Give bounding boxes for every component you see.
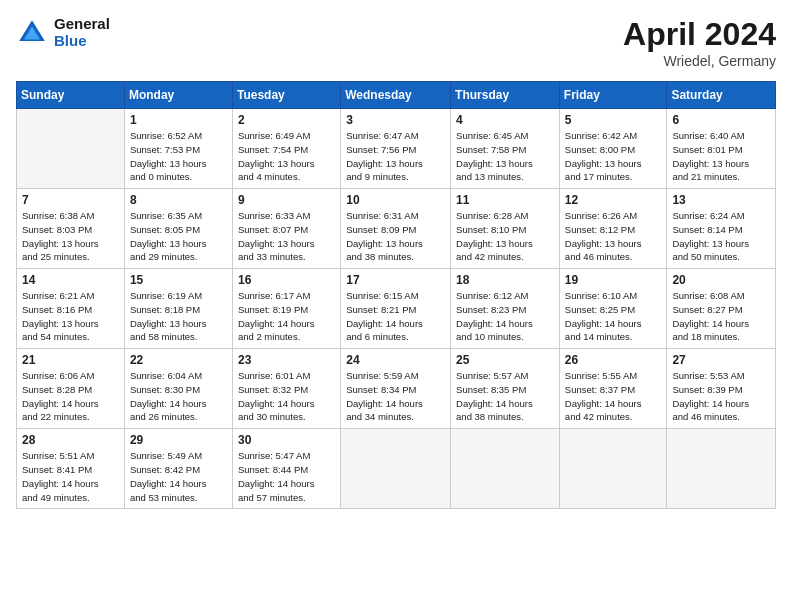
day-number: 23: [238, 353, 335, 367]
day-of-week-header: Saturday: [667, 82, 776, 109]
day-number: 17: [346, 273, 445, 287]
day-info: Sunrise: 6:33 AM Sunset: 8:07 PM Dayligh…: [238, 209, 335, 264]
calendar-day-cell: 29Sunrise: 5:49 AM Sunset: 8:42 PM Dayli…: [124, 429, 232, 509]
calendar-week-row: 21Sunrise: 6:06 AM Sunset: 8:28 PM Dayli…: [17, 349, 776, 429]
day-number: 15: [130, 273, 227, 287]
calendar-day-cell: 25Sunrise: 5:57 AM Sunset: 8:35 PM Dayli…: [451, 349, 560, 429]
calendar-day-cell: 23Sunrise: 6:01 AM Sunset: 8:32 PM Dayli…: [232, 349, 340, 429]
day-number: 18: [456, 273, 554, 287]
day-info: Sunrise: 5:51 AM Sunset: 8:41 PM Dayligh…: [22, 449, 119, 504]
logo-text: General Blue: [54, 16, 110, 49]
day-number: 5: [565, 113, 662, 127]
calendar-day-cell: 4Sunrise: 6:45 AM Sunset: 7:58 PM Daylig…: [451, 109, 560, 189]
day-info: Sunrise: 6:42 AM Sunset: 8:00 PM Dayligh…: [565, 129, 662, 184]
calendar-table: SundayMondayTuesdayWednesdayThursdayFrid…: [16, 81, 776, 509]
header: General Blue April 2024 Wriedel, Germany: [16, 16, 776, 69]
calendar-week-row: 7Sunrise: 6:38 AM Sunset: 8:03 PM Daylig…: [17, 189, 776, 269]
day-number: 10: [346, 193, 445, 207]
day-number: 30: [238, 433, 335, 447]
calendar-day-cell: 12Sunrise: 6:26 AM Sunset: 8:12 PM Dayli…: [559, 189, 667, 269]
day-info: Sunrise: 6:40 AM Sunset: 8:01 PM Dayligh…: [672, 129, 770, 184]
calendar-day-cell: 21Sunrise: 6:06 AM Sunset: 8:28 PM Dayli…: [17, 349, 125, 429]
day-info: Sunrise: 6:01 AM Sunset: 8:32 PM Dayligh…: [238, 369, 335, 424]
day-info: Sunrise: 5:49 AM Sunset: 8:42 PM Dayligh…: [130, 449, 227, 504]
day-info: Sunrise: 6:06 AM Sunset: 8:28 PM Dayligh…: [22, 369, 119, 424]
day-of-week-header: Thursday: [451, 82, 560, 109]
calendar-day-cell: 28Sunrise: 5:51 AM Sunset: 8:41 PM Dayli…: [17, 429, 125, 509]
day-number: 6: [672, 113, 770, 127]
day-number: 22: [130, 353, 227, 367]
calendar-day-cell: 9Sunrise: 6:33 AM Sunset: 8:07 PM Daylig…: [232, 189, 340, 269]
day-info: Sunrise: 6:28 AM Sunset: 8:10 PM Dayligh…: [456, 209, 554, 264]
day-info: Sunrise: 6:15 AM Sunset: 8:21 PM Dayligh…: [346, 289, 445, 344]
calendar-day-cell: 30Sunrise: 5:47 AM Sunset: 8:44 PM Dayli…: [232, 429, 340, 509]
calendar-day-cell: [559, 429, 667, 509]
day-info: Sunrise: 6:31 AM Sunset: 8:09 PM Dayligh…: [346, 209, 445, 264]
calendar-day-cell: 16Sunrise: 6:17 AM Sunset: 8:19 PM Dayli…: [232, 269, 340, 349]
day-number: 9: [238, 193, 335, 207]
calendar-day-cell: 24Sunrise: 5:59 AM Sunset: 8:34 PM Dayli…: [341, 349, 451, 429]
page-container: General Blue April 2024 Wriedel, Germany…: [0, 0, 792, 525]
day-number: 8: [130, 193, 227, 207]
calendar-location: Wriedel, Germany: [623, 53, 776, 69]
calendar-week-row: 1Sunrise: 6:52 AM Sunset: 7:53 PM Daylig…: [17, 109, 776, 189]
day-number: 29: [130, 433, 227, 447]
day-of-week-header: Wednesday: [341, 82, 451, 109]
day-number: 26: [565, 353, 662, 367]
calendar-header-row: SundayMondayTuesdayWednesdayThursdayFrid…: [17, 82, 776, 109]
calendar-day-cell: [667, 429, 776, 509]
day-info: Sunrise: 5:57 AM Sunset: 8:35 PM Dayligh…: [456, 369, 554, 424]
day-info: Sunrise: 5:59 AM Sunset: 8:34 PM Dayligh…: [346, 369, 445, 424]
calendar-day-cell: 27Sunrise: 5:53 AM Sunset: 8:39 PM Dayli…: [667, 349, 776, 429]
day-number: 21: [22, 353, 119, 367]
calendar-week-row: 14Sunrise: 6:21 AM Sunset: 8:16 PM Dayli…: [17, 269, 776, 349]
day-info: Sunrise: 5:55 AM Sunset: 8:37 PM Dayligh…: [565, 369, 662, 424]
day-number: 11: [456, 193, 554, 207]
calendar-day-cell: 26Sunrise: 5:55 AM Sunset: 8:37 PM Dayli…: [559, 349, 667, 429]
logo: General Blue: [16, 16, 110, 49]
day-number: 7: [22, 193, 119, 207]
calendar-day-cell: 19Sunrise: 6:10 AM Sunset: 8:25 PM Dayli…: [559, 269, 667, 349]
calendar-day-cell: [451, 429, 560, 509]
day-number: 27: [672, 353, 770, 367]
day-number: 24: [346, 353, 445, 367]
day-number: 19: [565, 273, 662, 287]
day-info: Sunrise: 6:21 AM Sunset: 8:16 PM Dayligh…: [22, 289, 119, 344]
day-of-week-header: Friday: [559, 82, 667, 109]
day-info: Sunrise: 6:12 AM Sunset: 8:23 PM Dayligh…: [456, 289, 554, 344]
day-of-week-header: Sunday: [17, 82, 125, 109]
day-info: Sunrise: 6:17 AM Sunset: 8:19 PM Dayligh…: [238, 289, 335, 344]
calendar-day-cell: 18Sunrise: 6:12 AM Sunset: 8:23 PM Dayli…: [451, 269, 560, 349]
day-info: Sunrise: 5:47 AM Sunset: 8:44 PM Dayligh…: [238, 449, 335, 504]
day-of-week-header: Monday: [124, 82, 232, 109]
day-number: 1: [130, 113, 227, 127]
calendar-day-cell: 20Sunrise: 6:08 AM Sunset: 8:27 PM Dayli…: [667, 269, 776, 349]
day-info: Sunrise: 6:38 AM Sunset: 8:03 PM Dayligh…: [22, 209, 119, 264]
day-info: Sunrise: 6:24 AM Sunset: 8:14 PM Dayligh…: [672, 209, 770, 264]
calendar-day-cell: 22Sunrise: 6:04 AM Sunset: 8:30 PM Dayli…: [124, 349, 232, 429]
logo-general-text: General: [54, 16, 110, 33]
day-number: 3: [346, 113, 445, 127]
calendar-day-cell: 13Sunrise: 6:24 AM Sunset: 8:14 PM Dayli…: [667, 189, 776, 269]
day-info: Sunrise: 6:26 AM Sunset: 8:12 PM Dayligh…: [565, 209, 662, 264]
calendar-day-cell: 7Sunrise: 6:38 AM Sunset: 8:03 PM Daylig…: [17, 189, 125, 269]
day-info: Sunrise: 6:10 AM Sunset: 8:25 PM Dayligh…: [565, 289, 662, 344]
day-number: 4: [456, 113, 554, 127]
logo-blue-text: Blue: [54, 33, 110, 50]
day-info: Sunrise: 6:52 AM Sunset: 7:53 PM Dayligh…: [130, 129, 227, 184]
day-number: 2: [238, 113, 335, 127]
day-number: 28: [22, 433, 119, 447]
calendar-day-cell: 17Sunrise: 6:15 AM Sunset: 8:21 PM Dayli…: [341, 269, 451, 349]
title-area: April 2024 Wriedel, Germany: [623, 16, 776, 69]
day-number: 13: [672, 193, 770, 207]
day-number: 25: [456, 353, 554, 367]
day-info: Sunrise: 6:47 AM Sunset: 7:56 PM Dayligh…: [346, 129, 445, 184]
calendar-day-cell: 8Sunrise: 6:35 AM Sunset: 8:05 PM Daylig…: [124, 189, 232, 269]
logo-icon: [16, 17, 48, 49]
day-info: Sunrise: 6:49 AM Sunset: 7:54 PM Dayligh…: [238, 129, 335, 184]
calendar-day-cell: [17, 109, 125, 189]
day-info: Sunrise: 6:04 AM Sunset: 8:30 PM Dayligh…: [130, 369, 227, 424]
day-info: Sunrise: 6:08 AM Sunset: 8:27 PM Dayligh…: [672, 289, 770, 344]
calendar-day-cell: 15Sunrise: 6:19 AM Sunset: 8:18 PM Dayli…: [124, 269, 232, 349]
day-info: Sunrise: 6:35 AM Sunset: 8:05 PM Dayligh…: [130, 209, 227, 264]
